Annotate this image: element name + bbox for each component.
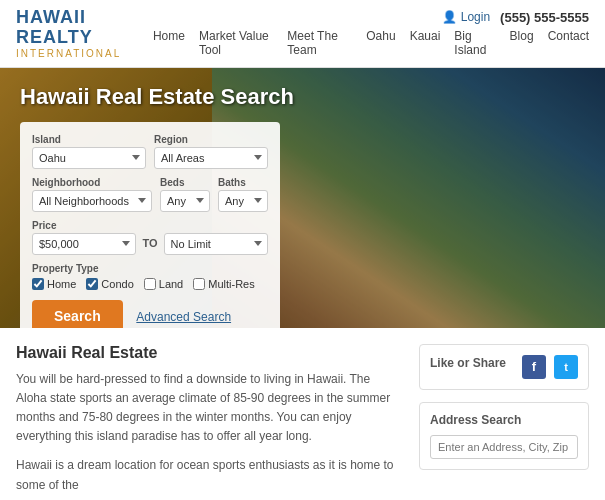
address-search-input[interactable] <box>430 435 578 459</box>
form-actions: Search Advanced Search <box>32 300 268 328</box>
content-title: Hawaii Real Estate <box>16 344 403 362</box>
baths-label: Baths <box>218 177 268 188</box>
price-to-label: TO <box>142 237 157 249</box>
hero-title: Hawaii Real Estate Search <box>20 84 585 110</box>
checkbox-multires: Multi-Res <box>193 278 254 290</box>
advanced-search-link[interactable]: Advanced Search <box>136 310 231 324</box>
like-share-title: Like or Share <box>430 356 506 370</box>
region-select[interactable]: All Areas North Shore Honolulu <box>154 147 268 169</box>
content-paragraph-2: Hawaii is a dream location for ocean spo… <box>16 456 403 494</box>
header-top-row: 👤 Login (555) 555-5555 <box>442 10 589 25</box>
price-row: Price $50,000 $100,000 $200,000 TO . No … <box>32 220 268 255</box>
search-form: Island Oahu Maui Kauai Big Island Region… <box>20 122 280 328</box>
nav-contact[interactable]: Contact <box>548 29 589 57</box>
island-group: Island Oahu Maui Kauai Big Island <box>32 134 146 169</box>
neighborhood-label: Neighborhood <box>32 177 152 188</box>
twitter-button[interactable]: t <box>554 355 578 379</box>
property-type-group: Property Type Home Condo Land <box>32 263 268 290</box>
price-max-group: . No Limit $500,000 $1,000,000 <box>164 220 268 255</box>
home-label: Home <box>47 278 76 290</box>
nav-market-value[interactable]: Market Value Tool <box>199 29 273 57</box>
neighborhood-select[interactable]: All Neighborhoods <box>32 190 152 212</box>
checkbox-land: Land <box>144 278 183 290</box>
land-label: Land <box>159 278 183 290</box>
island-select[interactable]: Oahu Maui Kauai Big Island <box>32 147 146 169</box>
property-type-label: Property Type <box>32 263 268 274</box>
neighborhood-group: Neighborhood All Neighborhoods <box>32 177 152 212</box>
multires-label: Multi-Res <box>208 278 254 290</box>
beds-label: Beds <box>160 177 210 188</box>
checkbox-condo: Condo <box>86 278 133 290</box>
search-button[interactable]: Search <box>32 300 123 328</box>
hero-content: Hawaii Real Estate Search Island Oahu Ma… <box>0 68 605 328</box>
form-row-neighborhood-beds-baths: Neighborhood All Neighborhoods Beds Any … <box>32 177 268 212</box>
sidebar: Like or Share f t Address Search <box>419 344 589 495</box>
land-checkbox[interactable] <box>144 278 156 290</box>
beds-group: Beds Any 1+ 2+ 3+ <box>160 177 210 212</box>
nav-big-island[interactable]: Big Island <box>454 29 495 57</box>
address-search-box: Address Search <box>419 402 589 470</box>
login-link[interactable]: 👤 Login <box>442 10 490 24</box>
content-paragraph-1: You will be hard-pressed to find a downs… <box>16 370 403 447</box>
social-buttons: f t <box>522 355 578 379</box>
nav-home[interactable]: Home <box>153 29 185 57</box>
user-icon: 👤 <box>442 10 460 24</box>
nav-kauai[interactable]: Kauai <box>410 29 441 57</box>
form-row-island-region: Island Oahu Maui Kauai Big Island Region… <box>32 134 268 169</box>
multires-checkbox[interactable] <box>193 278 205 290</box>
site-header: Hawaii Realty International 👤 Login (555… <box>0 0 605 68</box>
header-right: 👤 Login (555) 555-5555 Home Market Value… <box>153 10 589 57</box>
facebook-button[interactable]: f <box>522 355 546 379</box>
main-nav: Home Market Value Tool Meet The Team Oah… <box>153 29 589 57</box>
region-group: Region All Areas North Shore Honolulu <box>154 134 268 169</box>
property-type-checkboxes: Home Condo Land Multi-Res <box>32 278 268 290</box>
checkbox-home: Home <box>32 278 76 290</box>
address-search-title: Address Search <box>430 413 578 427</box>
logo-main-text: Hawaii Realty <box>16 8 153 48</box>
main-content: Hawaii Real Estate You will be hard-pres… <box>0 328 605 500</box>
price-min-select[interactable]: $50,000 $100,000 $200,000 <box>32 233 136 255</box>
nav-blog[interactable]: Blog <box>510 29 534 57</box>
price-max-select[interactable]: No Limit $500,000 $1,000,000 <box>164 233 268 255</box>
nav-oahu[interactable]: Oahu <box>366 29 395 57</box>
like-share-box: Like or Share f t <box>419 344 589 390</box>
region-label: Region <box>154 134 268 145</box>
home-checkbox[interactable] <box>32 278 44 290</box>
condo-label: Condo <box>101 278 133 290</box>
price-group: Price $50,000 $100,000 $200,000 <box>32 220 136 255</box>
island-label: Island <box>32 134 146 145</box>
price-label: Price <box>32 220 136 231</box>
beds-select[interactable]: Any 1+ 2+ 3+ <box>160 190 210 212</box>
nav-team[interactable]: Meet The Team <box>287 29 352 57</box>
content-left: Hawaii Real Estate You will be hard-pres… <box>16 344 419 495</box>
baths-select[interactable]: Any 1+ 2+ 3+ <box>218 190 268 212</box>
logo: Hawaii Realty International <box>16 8 153 59</box>
phone-number: (555) 555-5555 <box>500 10 589 25</box>
baths-group: Baths Any 1+ 2+ 3+ <box>218 177 268 212</box>
hero-section: Hawaii Real Estate Search Island Oahu Ma… <box>0 68 605 328</box>
logo-sub-text: International <box>16 48 153 59</box>
condo-checkbox[interactable] <box>86 278 98 290</box>
